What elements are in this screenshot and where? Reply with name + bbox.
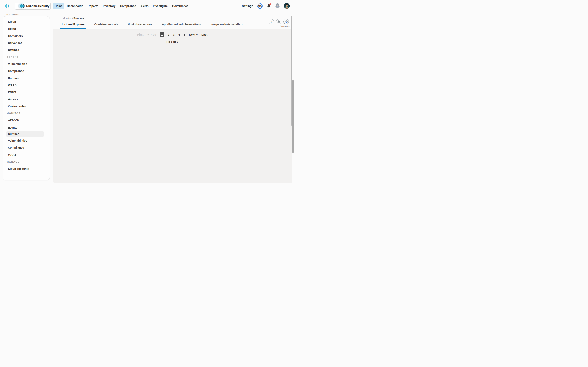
help-button[interactable]: ? <box>269 19 274 24</box>
sidebar-item-label: Access <box>8 98 18 101</box>
product-diamonds-icon <box>17 4 25 8</box>
tab-incident-explorer[interactable]: Incident Explorer <box>60 23 86 29</box>
top-nav-right: Settings 78% AI <box>242 3 290 9</box>
nav-item-dashboards[interactable]: Dashboards <box>65 3 85 9</box>
radar-scan-icon <box>285 20 288 23</box>
top-nav: Runtime Security Home Dashboards Reports… <box>0 0 294 12</box>
sidebar-item-hosts[interactable]: Hosts <box>3 25 50 32</box>
svg-text:AI: AI <box>277 5 278 7</box>
sidebar-item-cloud[interactable]: Cloud <box>3 18 50 25</box>
sidebar-item-label: Runtime <box>8 77 19 80</box>
sidebar-item-access[interactable]: Access <box>3 96 50 103</box>
pagination-page-1[interactable]: 1 <box>160 32 164 37</box>
sidebar-item-label: ATT&CK <box>8 119 19 122</box>
product-switcher[interactable]: Runtime Security <box>15 2 51 9</box>
sidebar-item-label: Runtime <box>8 133 19 135</box>
sidebar-item-vulnerabilities-defend[interactable]: Vulnerabilities <box>3 61 50 67</box>
sidebar-item-label: CNNS <box>8 91 16 94</box>
sidebar-item-compliance-monitor[interactable]: Compliance <box>3 144 50 151</box>
nav-item-alerts[interactable]: Alerts <box>139 3 150 9</box>
sidebar: Cloud Hosts Containers Serverless Settin… <box>3 16 50 180</box>
pagination-page-3[interactable]: 3 <box>173 33 175 36</box>
sidebar-item-label: Cloud accounts <box>8 167 29 170</box>
pagination-prev[interactable]: « Prev <box>147 33 156 36</box>
pagination-last[interactable]: Last <box>201 33 208 36</box>
sidebar-item-cnns[interactable]: CNNS <box>3 89 50 96</box>
alerts-bell-button[interactable] <box>276 19 281 24</box>
sidebar-item-custom-rules[interactable]: Custom rules <box>3 103 50 110</box>
settings-link[interactable]: Settings <box>242 4 253 8</box>
sidebar-scrollbar[interactable] <box>291 16 292 126</box>
tab-container-models[interactable]: Container models <box>93 23 120 29</box>
notifications-bell-icon[interactable] <box>267 4 271 8</box>
sidebar-item-waas-defend[interactable]: WAAS <box>3 82 50 89</box>
pagination-next[interactable]: Next » <box>189 33 198 36</box>
tab-image-analysis-sandbox[interactable]: Image analysis sandbox <box>209 23 245 29</box>
user-avatar[interactable] <box>284 3 290 9</box>
sidebar-section-manage: MANAGE <box>3 158 50 165</box>
main-nav: Home Dashboards Reports Inventory Compli… <box>53 3 190 9</box>
sidebar-item-cloud-accounts[interactable]: Cloud accounts <box>3 165 50 172</box>
tab-host-observations[interactable]: Host observations <box>126 23 154 29</box>
sidebar-section-monitor: MONITOR <box>3 110 50 117</box>
sidebar-item-events[interactable]: Events <box>3 124 50 131</box>
question-mark-icon: ? <box>270 20 272 23</box>
prisma-logo-icon[interactable] <box>4 3 9 9</box>
sidebar-item-settings[interactable]: Settings <box>3 46 50 53</box>
ai-copilot-icon[interactable]: AI <box>275 3 280 8</box>
pagination-first[interactable]: First <box>137 33 144 36</box>
pagination-page-2[interactable]: 2 <box>168 33 169 36</box>
sidebar-item-vulnerabilities-monitor[interactable]: Vulnerabilities <box>3 137 50 144</box>
bell-outline-icon <box>277 20 280 23</box>
sidebar-item-waas-monitor[interactable]: WAAS <box>3 151 50 158</box>
sidebar-item-label: Custom rules <box>8 105 26 108</box>
sidebar-item-label: Compliance <box>8 69 24 73</box>
sidebar-item-containers[interactable]: Containers <box>3 33 50 39</box>
pagination-divider <box>130 39 215 39</box>
nav-item-compliance[interactable]: Compliance <box>118 3 138 9</box>
sidebar-item-runtime-defend[interactable]: Runtime <box>3 75 50 82</box>
pagination: First « Prev 1 2 3 4 5 Next » Last Pg 1 … <box>53 32 292 43</box>
sidebar-item-attck[interactable]: ATT&CK <box>3 117 50 124</box>
scanning-status-button[interactable] <box>284 19 289 24</box>
sidebar-item-label: Settings <box>8 48 19 51</box>
tab-app-embedded-observations[interactable]: App-Embedded observations <box>160 23 202 29</box>
scanning-label: Scanning... <box>279 25 291 27</box>
nav-item-investigate[interactable]: Investigate <box>151 3 169 9</box>
usage-percent: 78% <box>258 5 261 7</box>
page-indicator: Pg 1 of 7 <box>166 40 178 43</box>
nav-item-inventory[interactable]: Inventory <box>101 3 117 9</box>
breadcrumb-section[interactable]: Monitor <box>63 17 71 20</box>
sidebar-item-label: WAAS <box>8 84 17 87</box>
sidebar-item-label: Compliance <box>8 146 24 149</box>
sidebar-item-label: Events <box>8 126 17 129</box>
notification-badge <box>269 3 271 5</box>
sidebar-item-label: Vulnerabilities <box>8 63 27 66</box>
pagination-page-4[interactable]: 4 <box>178 33 180 36</box>
sidebar-item-label: Hosts <box>8 27 16 30</box>
nav-item-home[interactable]: Home <box>53 3 64 9</box>
tab-bar: Incident Explorer Container models Host … <box>60 23 245 29</box>
runtime-security-console: Runtime Security Home Dashboards Reports… <box>0 0 294 184</box>
content-area: First « Prev 1 2 3 4 5 Next » Last Pg 1 … <box>53 29 292 183</box>
sidebar-item-serverless[interactable]: Serverless <box>3 39 50 46</box>
sidebar-section-label: MONITOR <box>7 112 21 115</box>
sidebar-section-label: DEFEND <box>7 56 19 58</box>
usage-donut[interactable]: 78% <box>257 3 263 9</box>
sidebar-item-label: Containers <box>8 34 23 37</box>
sidebar-section-label: MANAGE <box>7 160 20 163</box>
product-name: Runtime Security <box>26 4 49 8</box>
nav-item-reports[interactable]: Reports <box>86 3 100 9</box>
sidebar-item-label: Vulnerabilities <box>8 139 27 142</box>
sidebar-item-label: WAAS <box>8 153 17 156</box>
sidebar-item-compliance-defend[interactable]: Compliance <box>3 67 50 75</box>
breadcrumb-current: Runtime <box>73 17 84 20</box>
sidebar-item-label: Serverless <box>8 41 22 44</box>
sidebar-section-defend: DEFEND <box>3 53 50 60</box>
sidebar-item-label: Cloud <box>8 20 16 23</box>
pagination-page-5[interactable]: 5 <box>184 33 185 36</box>
header-tools: ? <box>269 19 289 24</box>
page-scrollbar[interactable] <box>293 80 294 153</box>
sidebar-item-runtime-monitor-active[interactable]: Runtime <box>6 131 44 137</box>
nav-item-governance[interactable]: Governance <box>170 3 190 9</box>
